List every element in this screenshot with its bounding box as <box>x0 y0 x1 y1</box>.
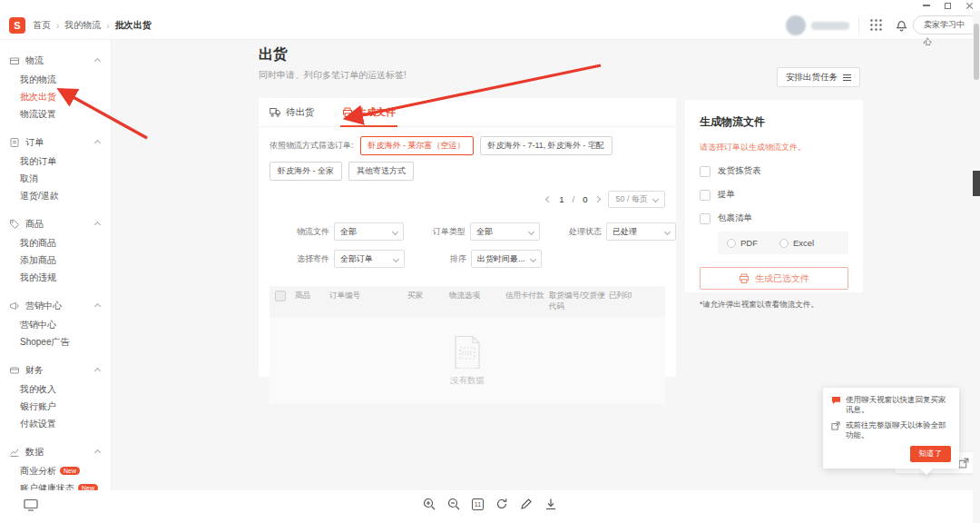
sidebar-item-bank-accounts[interactable]: 银行账户 <box>0 398 111 415</box>
sidebar-item-add-product[interactable]: 添加商品 <box>0 252 111 269</box>
chevron-down-icon <box>528 228 534 234</box>
scrollbar-track[interactable] <box>973 11 980 523</box>
chevron-up-icon[interactable] <box>94 57 101 64</box>
option-label: 包裹清单 <box>718 212 752 224</box>
logistics-file-select[interactable]: 全部 <box>334 222 404 241</box>
col-printed: 已列印 <box>609 291 642 301</box>
sidebar-section-finance-header[interactable]: 财务 <box>0 364 111 377</box>
download-icon[interactable] <box>544 498 557 510</box>
seller-learning-center-button[interactable]: 卖家学习中心 <box>913 15 980 35</box>
orders-icon <box>9 137 20 148</box>
filter-form: 物流文件 全部 订单类型 全部 处理状态 已处理 选择寄件 全部订单 排序 <box>259 212 676 281</box>
sidebar-item-my-income[interactable]: 我的收入 <box>0 380 111 398</box>
chip-familymart[interactable]: 虾皮海外 - 全家 <box>270 162 342 181</box>
col-credit-card: 信用卡付款 <box>505 291 549 301</box>
viewer-toolbar: 11 <box>0 490 980 523</box>
window-close-icon[interactable] <box>965 2 973 9</box>
tab-to-ship[interactable]: 待出货 <box>270 98 315 127</box>
chip-other-methods[interactable]: 其他寄送方式 <box>348 162 414 181</box>
tooltip-line-2: 或前往完整版聊天以体验全部功能。 <box>831 420 951 441</box>
checkbox[interactable] <box>700 190 710 201</box>
collapsed-side-widget[interactable] <box>973 171 980 196</box>
avatar[interactable] <box>786 15 806 35</box>
chat-popout-icon[interactable] <box>958 458 969 469</box>
apps-grid-icon[interactable] <box>869 18 883 35</box>
refresh-icon[interactable] <box>495 498 508 510</box>
shopee-logo-icon[interactable]: S <box>9 17 25 34</box>
edit-pencil-icon[interactable] <box>520 498 533 510</box>
popup-permission-note: *请允许弹出视窗以查看物流文件。 <box>700 300 848 311</box>
chevron-up-icon[interactable] <box>94 367 101 373</box>
window-minimize-icon[interactable] <box>923 5 930 6</box>
page-size-value: 50 / 每页 <box>615 193 648 205</box>
section-label: 商品 <box>25 218 44 231</box>
arrange-shipment-task-button[interactable]: 安排出货任务 <box>777 67 860 87</box>
sidebar-section-orders-header[interactable]: 订单 <box>0 136 111 149</box>
sidebar-section-data-header[interactable]: 数据 <box>0 446 111 459</box>
breadcrumb-my-logistics[interactable]: 我的物流 <box>64 19 101 32</box>
sidebar-item-shopee-ads[interactable]: Shopee广告 <box>0 333 111 350</box>
window-maximize-icon[interactable] <box>945 3 951 9</box>
tooltip-text: 使用聊天视窗以快速回复买家讯息。 <box>846 395 951 416</box>
item-label: 退货/退款 <box>20 190 59 202</box>
select-shipments-select[interactable]: 全部订单 <box>334 250 405 268</box>
sidebar-item-logistics-settings[interactable]: 物流设置 <box>0 105 111 123</box>
chevron-up-icon[interactable] <box>94 139 101 145</box>
sidebar-item-my-violations[interactable]: 我的违规 <box>0 269 111 286</box>
sidebar-section-logistics-header[interactable]: 物流 <box>0 54 111 67</box>
sidebar-item-returns-refunds[interactable]: 退货/退款 <box>0 187 111 204</box>
sidebar-item-payment-settings[interactable]: 付款设置 <box>0 415 111 432</box>
item-label: Shopee广告 <box>20 336 69 349</box>
chip-hilife-air[interactable]: 虾皮海外 - 莱尔富（空运） <box>360 136 474 155</box>
sidebar-item-cancellations[interactable]: 取消 <box>0 170 111 187</box>
actual-size-button[interactable]: 11 <box>472 498 484 510</box>
sidebar-item-my-orders[interactable]: 我的订单 <box>0 153 111 170</box>
next-page-icon[interactable] <box>594 196 601 202</box>
chevron-down-icon <box>530 255 536 262</box>
got-it-button[interactable]: 知道了 <box>910 446 952 462</box>
radio-pdf[interactable]: PDF <box>727 238 758 248</box>
zoom-in-icon[interactable] <box>423 498 436 510</box>
chip-711-home-delivery[interactable]: 虾皮海外 - 7-11, 虾皮海外 - 宅配 <box>480 136 612 155</box>
generate-selected-files-button[interactable]: 生成已选文件 <box>700 267 848 290</box>
sidebar-section-products-header[interactable]: 商品 <box>0 218 111 231</box>
printer-icon <box>739 273 750 284</box>
breadcrumb-separator: › <box>106 21 109 31</box>
chevron-down-icon <box>392 228 398 234</box>
option-package-list[interactable]: 包裹清单 <box>700 212 848 224</box>
radio-label: PDF <box>740 238 758 248</box>
panel-title: 生成物流文件 <box>700 114 848 130</box>
tab-label: 生成文件 <box>358 106 396 119</box>
chevron-up-icon[interactable] <box>94 449 101 455</box>
option-waybill[interactable]: 提单 <box>700 189 848 201</box>
page-size-select[interactable]: 50 / 每页 <box>608 191 665 208</box>
radio-icon[interactable] <box>779 239 789 248</box>
option-picking-list[interactable]: 发货拣货表 <box>700 165 848 177</box>
notification-bell-icon[interactable] <box>895 18 908 35</box>
sidebar-item-my-products[interactable]: 我的商品 <box>0 234 111 252</box>
display-monitor-icon[interactable] <box>24 498 38 515</box>
filter-label-sort: 排序 <box>430 253 466 265</box>
radio-icon[interactable] <box>727 239 736 248</box>
prev-page-icon[interactable] <box>545 196 552 202</box>
scrollbar-thumb[interactable] <box>974 24 979 80</box>
checkbox[interactable] <box>700 166 710 177</box>
process-status-select[interactable]: 已处理 <box>606 222 676 241</box>
radio-excel[interactable]: Excel <box>779 238 814 248</box>
sidebar-item-batch-ship[interactable]: 批次出货 <box>0 88 111 105</box>
chevron-up-icon[interactable] <box>94 302 101 309</box>
breadcrumb-home[interactable]: 首页 <box>33 19 51 32</box>
chevron-up-icon[interactable] <box>94 221 101 227</box>
sidebar-item-my-logistics[interactable]: 我的物流 <box>0 71 111 88</box>
order-type-select[interactable]: 全部 <box>470 222 540 241</box>
sidebar-section-marketing-header[interactable]: 营销中心 <box>0 300 111 312</box>
zoom-out-icon[interactable] <box>447 498 460 510</box>
sidebar-item-marketing-centre[interactable]: 营销中心 <box>0 316 111 333</box>
sort-select[interactable]: 出货时间最... <box>471 250 542 268</box>
sidebar-item-business-insights[interactable]: 商业分析 New <box>0 462 111 479</box>
select-all-checkbox[interactable] <box>275 291 286 301</box>
chat-tooltip: 使用聊天视窗以快速回复买家讯息。 或前往完整版聊天以体验全部功能。 知道了 <box>823 388 959 469</box>
tab-generate-documents[interactable]: 生成文件 <box>342 98 396 127</box>
active-tab-underline <box>340 125 397 127</box>
checkbox[interactable] <box>700 213 710 224</box>
